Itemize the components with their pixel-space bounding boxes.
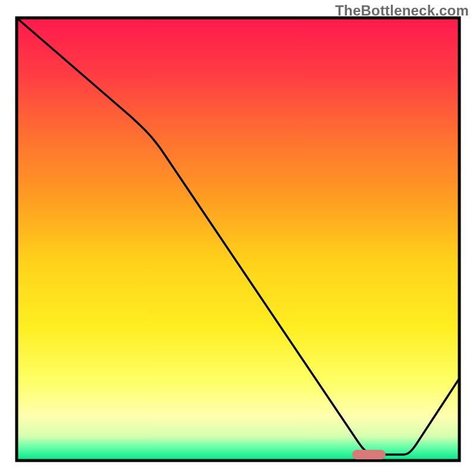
- chart-canvas: TheBottleneck.com: [0, 0, 476, 476]
- optimal-range-marker: [352, 450, 386, 459]
- chart-svg: [0, 0, 476, 476]
- plot-area: [17, 18, 459, 461]
